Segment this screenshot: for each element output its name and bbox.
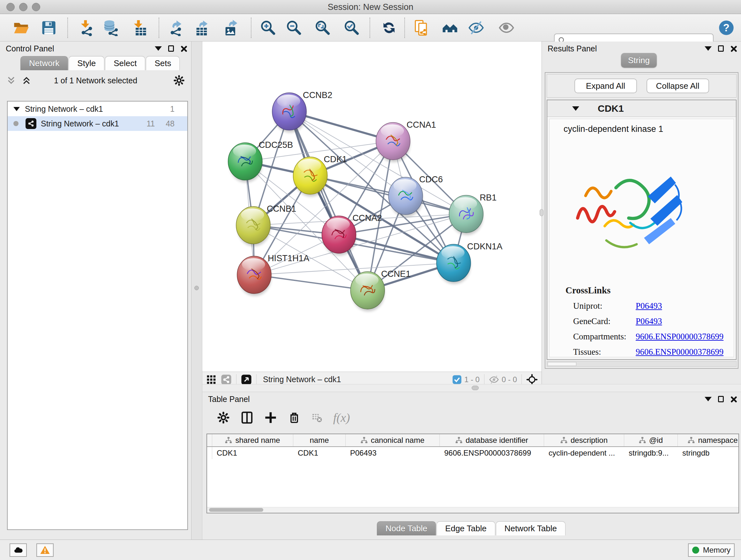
- column-header-canonical-name[interactable]: canonical name: [346, 434, 440, 446]
- panel-float-icon[interactable]: [718, 396, 724, 402]
- delete-column-icon[interactable]: [288, 411, 300, 424]
- cell[interactable]: 9606.ENSP00000378699: [440, 447, 544, 459]
- node-CCNA1[interactable]: [376, 122, 410, 160]
- panel-float-icon[interactable]: [168, 45, 174, 52]
- duplicate-network-icon[interactable]: [413, 19, 430, 37]
- tab-sets[interactable]: Sets: [146, 56, 180, 70]
- crosslink-link[interactable]: 9606.ENSP00000378699: [636, 332, 724, 341]
- grid-view-icon[interactable]: [206, 374, 216, 385]
- node-CCNA2[interactable]: [322, 216, 356, 253]
- cell[interactable]: stringdb: [678, 447, 739, 459]
- panel-close-icon[interactable]: [730, 45, 737, 52]
- birdseye-view-icon[interactable]: [241, 374, 252, 385]
- column-header-database-identifier[interactable]: database identifier: [440, 434, 544, 446]
- divider-handle[interactable]: [194, 286, 199, 290]
- node-CCNE1[interactable]: [350, 272, 385, 309]
- network-graph[interactable]: CCNB2CCNA1CDC25BCDK1CDC6RB1CCNB1CCNA2CDK…: [202, 42, 542, 372]
- selected-counts: 1 - 0: [464, 375, 480, 384]
- tab-string[interactable]: String: [621, 53, 657, 68]
- show-columns-icon[interactable]: [241, 411, 253, 424]
- eye-icon[interactable]: [497, 19, 515, 37]
- tab-select[interactable]: Select: [105, 56, 145, 70]
- panel-menu-icon[interactable]: [704, 46, 712, 51]
- table-row[interactable]: CDK1CDK1P064939606.ENSP00000378699cyclin…: [207, 447, 738, 459]
- panel-divider-vertical[interactable]: [192, 42, 202, 540]
- node-CDC25B[interactable]: [228, 143, 262, 180]
- selected-checkbox-icon[interactable]: [452, 375, 462, 384]
- cell[interactable]: CDK1: [212, 447, 293, 459]
- node-CDK1[interactable]: [293, 157, 327, 194]
- cloud-status-button[interactable]: [10, 543, 27, 557]
- node-CCNB1[interactable]: [236, 206, 270, 244]
- scrollbar-thumb[interactable]: [209, 508, 263, 512]
- save-session-button[interactable]: [40, 19, 58, 37]
- panel-float-icon[interactable]: [718, 45, 724, 52]
- network-collection-row[interactable]: String Network – cdk1 1: [8, 102, 187, 116]
- crosslink-link[interactable]: 9606.ENSP00000378699: [636, 347, 724, 357]
- node-label-HIST1H1A: HIST1H1A: [268, 253, 310, 263]
- node-RB1[interactable]: [449, 195, 483, 233]
- crosslink-link[interactable]: P06493: [636, 316, 662, 326]
- open-session-button[interactable]: [12, 19, 30, 37]
- edges: [245, 111, 466, 290]
- cell[interactable]: P06493: [346, 447, 440, 459]
- column-header-shared-name[interactable]: shared name: [212, 434, 293, 446]
- crosslink-link[interactable]: P06493: [636, 301, 662, 311]
- protein-collapse-icon[interactable]: [572, 106, 579, 111]
- refresh-layout-icon[interactable]: [380, 19, 398, 37]
- tab-network-table[interactable]: Network Table: [496, 521, 565, 536]
- column-header-namespace[interactable]: namespace: [678, 434, 739, 446]
- network-canvas[interactable]: CCNB2CCNA1CDC25BCDK1CDC6RB1CCNB1CCNA2CDK…: [202, 42, 542, 372]
- import-network-icon[interactable]: [77, 19, 95, 37]
- panel-close-icon[interactable]: [180, 45, 187, 52]
- panel-menu-icon[interactable]: [155, 46, 162, 51]
- tab-node-table[interactable]: Node Table: [377, 521, 436, 536]
- tab-edge-table[interactable]: Edge Table: [436, 521, 495, 536]
- column-header-name[interactable]: name: [293, 434, 346, 446]
- add-column-icon[interactable]: [264, 411, 277, 424]
- export-table-icon[interactable]: [193, 19, 211, 37]
- cell[interactable]: stringdb:9...: [624, 447, 678, 459]
- tab-network[interactable]: Network: [20, 56, 68, 70]
- node-table: shared namenamecanonical namedatabase id…: [206, 434, 739, 513]
- share-view-icon[interactable]: [221, 374, 232, 385]
- collapse-all-button[interactable]: Collapse All: [647, 78, 709, 93]
- network-options-gear-icon[interactable]: [173, 75, 185, 86]
- node-CDC6[interactable]: [388, 177, 422, 214]
- zoom-out-icon[interactable]: [285, 19, 302, 37]
- zoom-selected-icon[interactable]: [342, 19, 360, 37]
- warnings-button[interactable]: [37, 543, 54, 557]
- divider-handle[interactable]: [472, 386, 479, 390]
- import-network-from-database-icon[interactable]: [102, 19, 120, 37]
- eye-slash-icon[interactable]: [467, 19, 485, 37]
- expand-all-button[interactable]: Expand All: [575, 78, 637, 93]
- cell[interactable]: CDK1: [293, 447, 346, 459]
- column-header-id[interactable]: @id: [624, 434, 678, 446]
- collection-expand-icon[interactable]: [13, 107, 20, 111]
- export-network-icon[interactable]: [167, 19, 185, 37]
- table-hscrollbar[interactable]: [207, 507, 738, 513]
- network-row[interactable]: String Network – cdk1 11 48: [8, 116, 187, 131]
- column-header-description[interactable]: description: [544, 434, 624, 446]
- node-CDKN1A[interactable]: [436, 244, 471, 282]
- panel-close-icon[interactable]: [730, 396, 737, 402]
- results-hscrollbar[interactable]: [547, 361, 737, 367]
- memory-button[interactable]: Memory: [688, 543, 735, 557]
- tab-style[interactable]: Style: [69, 56, 105, 70]
- zoom-in-icon[interactable]: [259, 19, 277, 37]
- help-button[interactable]: ?: [718, 19, 735, 37]
- table-options-gear-icon[interactable]: [217, 411, 230, 424]
- node-HIST1H1A[interactable]: [237, 256, 271, 294]
- cell[interactable]: cyclin-dependent ...: [544, 447, 624, 459]
- panel-menu-icon[interactable]: [704, 397, 712, 401]
- node-CCNB2[interactable]: [272, 93, 307, 130]
- export-image-icon[interactable]: [222, 19, 240, 37]
- results-divider-handle[interactable]: [540, 209, 543, 216]
- import-table-icon[interactable]: [130, 19, 148, 37]
- panel-divider-horizontal[interactable]: [202, 384, 741, 392]
- edge-CCNB2-CCNE1[interactable]: [289, 111, 367, 290]
- protein-header[interactable]: CDK1: [547, 100, 736, 117]
- zoom-fit-icon[interactable]: [313, 19, 331, 37]
- crosshair-icon[interactable]: [526, 374, 538, 385]
- houses-icon[interactable]: [441, 19, 459, 37]
